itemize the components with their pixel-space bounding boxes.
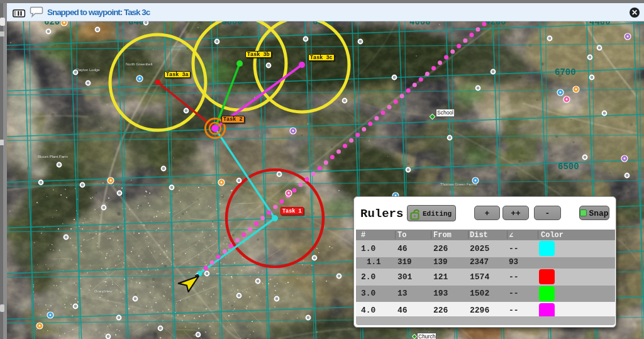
svg-text:4200: 4200 bbox=[485, 21, 506, 27]
svg-text:6500: 6500 bbox=[558, 162, 579, 172]
svg-text:4400: 4400 bbox=[589, 21, 611, 27]
svg-text:4000: 4000 bbox=[409, 21, 431, 27]
svg-text:6700: 6700 bbox=[555, 67, 576, 77]
svg-text:6600: 6600 bbox=[221, 21, 243, 27]
